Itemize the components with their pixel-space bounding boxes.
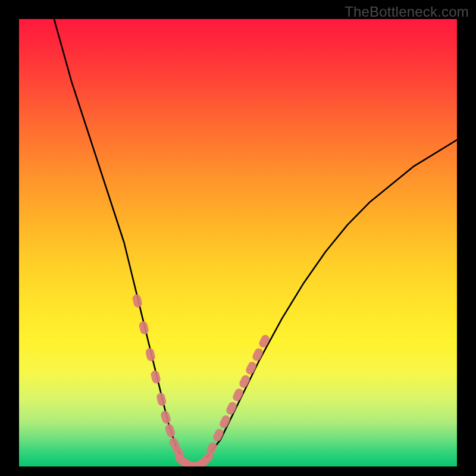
highlight-segment [245,361,258,376]
highlight-segment [251,347,264,362]
chart-frame: TheBottleneck.com [0,0,476,476]
highlight-segment [138,321,149,336]
highlight-segment [258,333,271,349]
highlight-segment [164,423,176,438]
highlight-segment [212,427,225,443]
highlight-segment [156,392,167,407]
highlight-segment [218,414,231,430]
highlight-segment [238,374,251,389]
plot-area [19,19,457,466]
highlight-segment [145,347,156,362]
watermark-text: TheBottleneck.com [345,4,469,20]
highlight-segment [159,410,171,425]
highlight-segment [225,400,238,416]
highlight-segment [131,293,143,308]
bottleneck-curve-path [54,19,457,466]
highlight-segment [231,387,245,403]
curve-svg [19,19,457,466]
highlight-segment [150,369,161,384]
